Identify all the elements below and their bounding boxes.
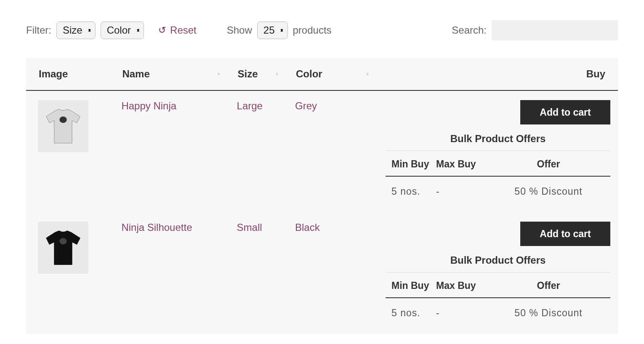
reset-button[interactable]: ↺ Reset xyxy=(158,24,197,36)
color-filter-value: Color xyxy=(107,24,131,36)
product-buy-cell: Add to cartBulk Product OffersMin BuyMax… xyxy=(374,90,618,212)
show-count-select[interactable]: 25 ▲▼ xyxy=(257,21,288,39)
product-thumbnail[interactable] xyxy=(38,100,88,152)
product-image-cell xyxy=(26,90,109,212)
col-max-buy: Max Buy xyxy=(436,159,487,170)
product-thumbnail[interactable] xyxy=(38,222,88,274)
product-name-cell: Ninja Silhouette xyxy=(109,212,225,334)
bulk-offers-row: 5 nos.-50 % Discount xyxy=(386,298,610,321)
col-color[interactable]: Color▲▼ xyxy=(283,58,374,90)
product-color-cell: Black xyxy=(283,212,374,334)
bulk-offers-title: Bulk Product Offers xyxy=(386,132,610,151)
size-filter-value: Size xyxy=(63,24,82,36)
undo-icon: ↺ xyxy=(158,25,166,36)
bulk-offers-title: Bulk Product Offers xyxy=(386,254,610,273)
table-row: Happy NinjaLargeGreyAdd to cartBulk Prod… xyxy=(26,90,618,212)
product-table: Image Name▲▼ Size▲▼ Color▲▼ Buy Happy Ni… xyxy=(26,58,618,334)
product-size: Small xyxy=(237,222,262,233)
col-min-buy: Min Buy xyxy=(386,280,436,291)
col-size[interactable]: Size▲▼ xyxy=(225,58,283,90)
offer-max: - xyxy=(436,186,487,197)
col-max-buy: Max Buy xyxy=(436,280,487,291)
bulk-offers-header: Min BuyMax BuyOffer xyxy=(386,151,610,177)
offer-min: 5 nos. xyxy=(386,186,436,197)
search-label: Search: xyxy=(452,24,487,36)
product-name-cell: Happy Ninja xyxy=(109,90,225,212)
col-name[interactable]: Name▲▼ xyxy=(109,58,225,90)
show-count-value: 25 xyxy=(263,24,275,36)
col-offer: Offer xyxy=(487,159,610,170)
offer-min: 5 nos. xyxy=(386,307,436,319)
product-color: Black xyxy=(295,222,320,233)
product-name-link[interactable]: Happy Ninja xyxy=(121,100,176,111)
product-color-cell: Grey xyxy=(283,90,374,212)
product-name-link[interactable]: Ninja Silhouette xyxy=(121,222,192,233)
svg-point-1 xyxy=(59,238,67,244)
bulk-offers-header: Min BuyMax BuyOffer xyxy=(386,273,610,298)
product-table-page: Filter: Size ▲▼ Color ▲▼ ↺ Reset Show 25… xyxy=(0,0,644,342)
bulk-offers-panel: Bulk Product OffersMin BuyMax BuyOffer5 … xyxy=(386,254,610,321)
offer-value: 50 % Discount xyxy=(487,307,610,319)
bulk-offers-row: 5 nos.-50 % Discount xyxy=(386,177,610,200)
show-suffix: products xyxy=(293,24,332,36)
col-min-buy: Min Buy xyxy=(386,159,436,170)
filter-bar: Filter: Size ▲▼ Color ▲▼ ↺ Reset Show 25… xyxy=(26,20,618,40)
search-input[interactable] xyxy=(492,20,618,40)
offer-max: - xyxy=(436,307,487,319)
product-image-cell xyxy=(26,212,109,334)
product-size: Large xyxy=(237,100,263,111)
add-to-cart-button[interactable]: Add to cart xyxy=(520,222,610,246)
table-row: Ninja SilhouetteSmallBlackAdd to cartBul… xyxy=(26,212,618,334)
offer-value: 50 % Discount xyxy=(487,186,610,197)
product-size-cell: Large xyxy=(225,90,283,212)
col-image: Image xyxy=(26,58,109,90)
show-group: Show 25 ▲▼ products xyxy=(227,21,332,39)
add-to-cart-button[interactable]: Add to cart xyxy=(520,100,610,124)
size-filter-select[interactable]: Size ▲▼ xyxy=(56,21,96,39)
reset-label: Reset xyxy=(170,24,197,36)
col-offer: Offer xyxy=(487,280,610,291)
product-color: Grey xyxy=(295,100,317,111)
bulk-offers-panel: Bulk Product OffersMin BuyMax BuyOffer5 … xyxy=(386,132,610,200)
product-size-cell: Small xyxy=(225,212,283,334)
svg-point-0 xyxy=(59,116,67,123)
col-buy: Buy xyxy=(374,58,618,90)
search-group: Search: xyxy=(452,20,618,40)
product-buy-cell: Add to cartBulk Product OffersMin BuyMax… xyxy=(374,212,618,334)
color-filter-select[interactable]: Color ▲▼ xyxy=(101,21,144,39)
show-label: Show xyxy=(227,24,252,36)
filter-label: Filter: xyxy=(26,24,51,36)
